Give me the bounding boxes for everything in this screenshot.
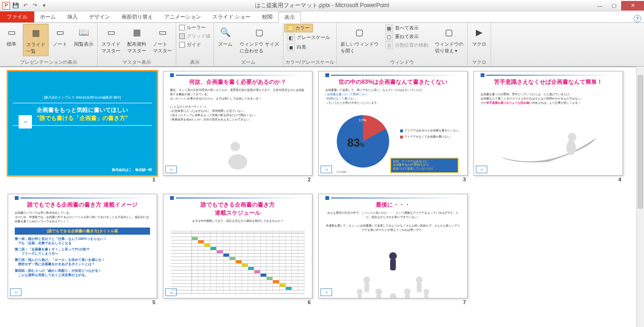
grid-checkbox[interactable]: グリッド線 [177, 32, 212, 40]
slide-5[interactable]: 誰でもできる企画書の書き方 連載イメージ 企画書のノウハウは世に数多存在している… [8, 194, 157, 298]
svg-point-1 [228, 154, 247, 169]
undo-icon[interactable]: ↶ [21, 1, 30, 10]
vertical-scrollbar[interactable] [636, 67, 644, 327]
arrange-all-button[interactable]: ▦並べて表示 [382, 24, 431, 32]
slide-thumbnail[interactable]: [株式会社インプレス Web担当者Forum編集部 御中] +i 企画書をもっと… [8, 71, 157, 182]
slide-7[interactable]: 最後に・・・ みんな普段の生活の中で、こうしたら良いのに・・・という素敵なアイデ… [318, 194, 468, 298]
ribbon: ▭標準 ▦スライド 一覧 ▭ノート 📖閲覧表示 プレゼンテーションの表示 ▭スラ… [0, 23, 644, 67]
pie-value-small: 17% [359, 118, 366, 122]
grayscale-mode-button[interactable]: ◧グレースケール [284, 33, 333, 42]
slide-subtitle: まずは年内連載してみて、反応を見ながら継続を検討してみませんか？ [163, 217, 312, 225]
slide-thumbnail[interactable]: 何故、企画書を書く必要があるのか？ 最近、ネット系の広告代理店の若い人たちが、運… [163, 71, 312, 182]
slide-footer: 株式会社はこ 亀谷誠一郎 [112, 168, 152, 172]
slide-1[interactable]: [株式会社インプレス Web担当者Forum編集部 御中] +i 企画書をもっと… [8, 71, 157, 176]
maximize-button[interactable]: ▢ [607, 1, 621, 10]
slide-body: 企画書書いて提案して、形にできたら良い。なんていうのはわかっていけど □企画書を… [319, 86, 467, 107]
slide-target-list: [こんなひとがターゲット！] □広告業界に入ったはずなのに、管理画面しか見ていな… [163, 103, 312, 124]
guide-checkbox[interactable]: ガイド [177, 41, 203, 49]
tab-file[interactable]: ファイル [0, 11, 34, 22]
slide-title: 最後に・・・ [319, 201, 467, 209]
new-window-button[interactable]: ▢新しいウィンドウ を開く [338, 24, 382, 55]
macros-button[interactable]: ▶マクロ [469, 24, 490, 49]
svg-rect-11 [376, 295, 381, 298]
window-controls: — ▢ ✕ [593, 1, 644, 10]
slide-intro: 企画書のノウハウは世に数多存在している。 そのため、本連載では、企画書に対する心… [8, 209, 157, 226]
svg-rect-15 [358, 294, 362, 298]
svg-point-6 [363, 277, 370, 283]
list-item: 第一回：誰が何と言おうと「仕事」なんて100%つまらない！ でも「企画」次第でお… [8, 235, 157, 245]
slide-2[interactable]: 何故、企画書を書く必要があるのか？ 最近、ネット系の広告代理店の若い人たちが、運… [163, 71, 312, 176]
callout-box: 結局、アイデアはあるけど、 企画書作るのが"面倒"だから 筋道つけて提案していな… [390, 158, 459, 173]
slide-title: 何故、企画書を書く必要があるのか？ [163, 78, 312, 86]
minimize-button[interactable]: — [593, 1, 607, 10]
group-presentation-views: ▭標準 ▦スライド 一覧 ▭ノート 📖閲覧表示 プレゼンテーションの表示 [0, 23, 98, 66]
slide-master-button[interactable]: ▭スライド マスター [99, 24, 123, 55]
svg-point-0 [231, 142, 240, 151]
tab-slideshow[interactable]: スライド ショー [207, 11, 256, 22]
notes-master-button[interactable]: ▭ノート マスター [150, 24, 175, 55]
handout-master-button[interactable]: ▦配布資料 マスター [124, 24, 149, 55]
help-icon[interactable]: ? [634, 15, 641, 22]
slide-thumbnail[interactable]: 世の中の83%は企画書なんて書きたくない 企画書書いて提案して、形にできたら良い… [318, 71, 468, 182]
company-logo-icon: +i [19, 115, 32, 129]
slide-title: 企画書をもっと気軽に書いてほしい [8, 106, 157, 114]
switch-window-button[interactable]: ▢ウィンドウの 切り替え ▾ [432, 24, 466, 55]
redo-icon[interactable]: ↷ [30, 1, 39, 10]
tab-home[interactable]: ホーム [34, 11, 61, 22]
slide-logo-icon: +i [321, 288, 332, 296]
svg-point-8 [416, 277, 423, 283]
tab-transitions[interactable]: 画面切り替え [116, 11, 159, 22]
group-show: ルーラー グリッド線 ガイド 表示 [176, 23, 214, 66]
view-notes-button[interactable]: ▭ノート [50, 24, 70, 49]
slide-6[interactable]: 誰でもできる企画書の書き方 連載スケジュール まずは年内連載してみて、反応を見な… [163, 194, 312, 298]
svg-point-3 [566, 140, 576, 155]
view-normal-button[interactable]: ▭標準 [1, 24, 22, 49]
slide-number: 5 [152, 299, 155, 305]
section-bar: [誰でもできる企画書の書き方]タイトル案 [15, 228, 150, 235]
swoosh-figure-icon [496, 124, 601, 167]
slide-thumbnail[interactable]: 苦手意識さえなくせば企画書なんて簡単！ 企画書を書くのが面倒、苦手だっていうひと… [473, 71, 623, 182]
zoom-button[interactable]: 🔍ズーム [215, 24, 236, 49]
group-label: ズーム [214, 59, 283, 66]
save-icon[interactable]: 💾 [11, 1, 20, 10]
cascade-button[interactable]: ▢重ねて表示 [382, 32, 431, 41]
chart-legend: アイデアはあるけど企画書を書きたくない。 アイデアがなくて企画書が書けない。 [400, 129, 462, 141]
color-mode-button[interactable]: カラー [284, 24, 313, 32]
slide-logo-icon: +i [165, 166, 177, 173]
bw-mode-button[interactable]: ◼白黒 [284, 43, 309, 51]
ruler-checkbox[interactable]: ルーラー [177, 24, 208, 31]
view-reading-button[interactable]: 📖閲覧表示 [71, 24, 96, 49]
slide-number: 2 [308, 177, 311, 182]
scrollbar-thumb[interactable] [638, 75, 643, 208]
svg-rect-7 [364, 283, 369, 292]
group-window: ▢新しいウィンドウ を開く ▦並べて表示 ▢重ねて表示 ⊟分割位置の移動 ▢ウィ… [337, 23, 468, 66]
slide-client: [株式会社インプレス Web担当者Forum編集部 御中] [8, 95, 157, 100]
slide-logo-icon: +i [10, 288, 21, 296]
close-button[interactable]: ✕ [621, 1, 644, 10]
group-label: プレゼンテーションの表示 [0, 59, 97, 66]
group-macros: ▶マクロ マクロ [468, 23, 491, 66]
slide-4[interactable]: 苦手意識さえなくせば企画書なんて簡単！ 企画書を書くのが面倒、苦手だっていうひと… [473, 71, 623, 176]
qat-dropdown-icon[interactable]: ▾ [40, 1, 49, 10]
tab-insert[interactable]: 挿入 [61, 11, 83, 22]
slide-thumbnail[interactable]: 誰でもできる企画書の書き方 連載イメージ 企画書のノウハウは世に数多存在している… [8, 194, 157, 305]
view-slide-sorter-button[interactable]: ▦スライド 一覧 [23, 24, 49, 56]
slide-thumbnail[interactable]: 最後に・・・ みんな普段の生活の中で、こうしたら良いのに・・・という素敵なアイデ… [318, 194, 468, 305]
slide-3[interactable]: 世の中の83%は企画書なんて書きたくない 企画書書いて提案して、形にできたら良い… [318, 71, 468, 176]
move-split-button[interactable]: ⊟分割位置の移動 [382, 41, 431, 50]
tab-review[interactable]: 校閲 [256, 11, 278, 22]
slide-thumbnail[interactable]: 誰でもできる企画書の書き方 連載スケジュール まずは年内連載してみて、反応を見な… [163, 194, 312, 305]
gantt-chart-icon [171, 230, 304, 290]
slide-number: 7 [463, 299, 466, 305]
tab-design[interactable]: デザイン [83, 11, 116, 22]
svg-point-10 [375, 288, 382, 295]
pie-value-big: 83% [347, 136, 364, 149]
svg-rect-13 [405, 295, 410, 298]
slide-sorter-view[interactable]: [株式会社インプレス Web担当者Forum編集部 御中] +i 企画書をもっと… [0, 67, 644, 327]
fit-window-button[interactable]: ▢ウィンドウ サイズ に合わせる [237, 24, 282, 55]
tab-animations[interactable]: アニメーション [159, 11, 207, 22]
slide-body: 最近、ネット系の広告代理店の若い人たちが、運用系広告の提案が増えてきて、広告代理… [163, 86, 312, 103]
tab-view[interactable]: 表示 [278, 12, 301, 23]
group-zoom: 🔍ズーム ▢ウィンドウ サイズ に合わせる ズーム [214, 23, 283, 66]
group-label: マスター表示 [98, 59, 176, 66]
